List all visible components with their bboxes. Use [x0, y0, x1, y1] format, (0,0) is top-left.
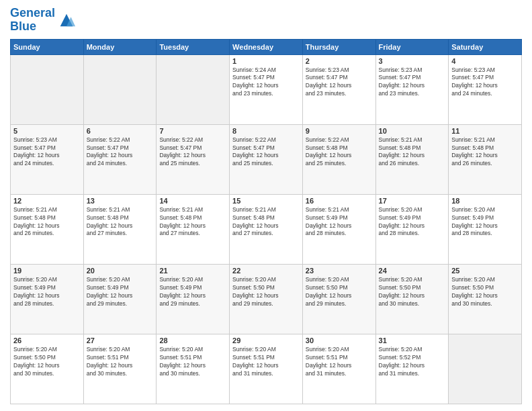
calendar-cell: 2Sunrise: 5:23 AM Sunset: 5:47 PM Daylig… — [302, 54, 375, 124]
calendar-cell: 24Sunrise: 5:20 AM Sunset: 5:50 PM Dayli… — [375, 264, 449, 334]
weekday-header-wednesday: Wednesday — [230, 39, 303, 54]
day-info: Sunrise: 5:20 AM Sunset: 5:50 PM Dayligh… — [13, 346, 81, 378]
logo-icon — [57, 11, 76, 30]
calendar-cell — [83, 54, 157, 124]
calendar-cell: 13Sunrise: 5:21 AM Sunset: 5:48 PM Dayli… — [83, 194, 157, 264]
calendar-cell: 21Sunrise: 5:20 AM Sunset: 5:49 PM Dayli… — [157, 264, 230, 334]
calendar-cell: 31Sunrise: 5:20 AM Sunset: 5:52 PM Dayli… — [375, 334, 449, 404]
calendar-cell — [157, 54, 230, 124]
day-number: 1 — [232, 57, 300, 65]
week-row-3: 12Sunrise: 5:21 AM Sunset: 5:48 PM Dayli… — [11, 194, 522, 264]
calendar-cell: 6Sunrise: 5:22 AM Sunset: 5:47 PM Daylig… — [83, 124, 157, 194]
calendar-cell: 15Sunrise: 5:21 AM Sunset: 5:48 PM Dayli… — [230, 194, 303, 264]
calendar-cell: 12Sunrise: 5:21 AM Sunset: 5:48 PM Dayli… — [11, 194, 84, 264]
day-number: 29 — [232, 336, 300, 345]
day-number: 14 — [159, 197, 226, 205]
day-number: 5 — [13, 127, 81, 135]
day-info: Sunrise: 5:21 AM Sunset: 5:48 PM Dayligh… — [451, 136, 519, 169]
calendar-cell: 1Sunrise: 5:24 AM Sunset: 5:47 PM Daylig… — [230, 54, 303, 124]
logo: General Blue — [10, 7, 76, 34]
day-number: 21 — [159, 267, 226, 275]
day-info: Sunrise: 5:21 AM Sunset: 5:48 PM Dayligh… — [87, 206, 154, 238]
calendar-cell: 23Sunrise: 5:20 AM Sunset: 5:50 PM Dayli… — [302, 264, 375, 334]
calendar-cell: 17Sunrise: 5:20 AM Sunset: 5:49 PM Dayli… — [375, 194, 449, 264]
calendar-cell: 9Sunrise: 5:22 AM Sunset: 5:48 PM Daylig… — [302, 124, 375, 194]
day-number: 20 — [87, 267, 154, 275]
weekday-header-sunday: Sunday — [11, 39, 84, 54]
day-number: 24 — [379, 267, 446, 275]
day-info: Sunrise: 5:20 AM Sunset: 5:51 PM Dayligh… — [87, 346, 154, 378]
day-info: Sunrise: 5:20 AM Sunset: 5:51 PM Dayligh… — [306, 346, 373, 378]
day-number: 19 — [13, 267, 81, 275]
calendar-cell: 29Sunrise: 5:20 AM Sunset: 5:51 PM Dayli… — [230, 334, 303, 404]
day-info: Sunrise: 5:23 AM Sunset: 5:47 PM Dayligh… — [306, 66, 373, 99]
day-info: Sunrise: 5:22 AM Sunset: 5:47 PM Dayligh… — [87, 136, 154, 169]
day-info: Sunrise: 5:22 AM Sunset: 5:47 PM Dayligh… — [159, 136, 226, 169]
day-info: Sunrise: 5:23 AM Sunset: 5:47 PM Dayligh… — [451, 66, 519, 99]
day-info: Sunrise: 5:22 AM Sunset: 5:48 PM Dayligh… — [306, 136, 373, 169]
calendar-cell — [11, 54, 84, 124]
day-number: 15 — [232, 197, 300, 205]
day-info: Sunrise: 5:20 AM Sunset: 5:49 PM Dayligh… — [159, 276, 226, 308]
page: General Blue SundayMondayTuesdayWednesda… — [0, 0, 532, 411]
day-number: 26 — [13, 336, 81, 345]
day-number: 8 — [232, 127, 300, 135]
calendar-cell: 22Sunrise: 5:20 AM Sunset: 5:50 PM Dayli… — [230, 264, 303, 334]
day-number: 13 — [87, 197, 154, 205]
weekday-header-friday: Friday — [375, 39, 449, 54]
week-row-2: 5Sunrise: 5:23 AM Sunset: 5:47 PM Daylig… — [11, 124, 522, 194]
calendar-cell — [449, 334, 522, 404]
calendar-cell: 30Sunrise: 5:20 AM Sunset: 5:51 PM Dayli… — [302, 334, 375, 404]
day-number: 6 — [87, 127, 154, 135]
day-info: Sunrise: 5:20 AM Sunset: 5:49 PM Dayligh… — [13, 276, 81, 308]
day-number: 22 — [232, 267, 300, 275]
day-info: Sunrise: 5:20 AM Sunset: 5:49 PM Dayligh… — [87, 276, 154, 308]
day-info: Sunrise: 5:20 AM Sunset: 5:49 PM Dayligh… — [379, 206, 446, 238]
day-info: Sunrise: 5:24 AM Sunset: 5:47 PM Dayligh… — [232, 66, 300, 99]
logo-blue: Blue — [10, 20, 55, 34]
logo-text: General — [10, 7, 55, 20]
day-number: 16 — [306, 197, 373, 205]
day-number: 2 — [306, 57, 373, 65]
calendar-cell: 27Sunrise: 5:20 AM Sunset: 5:51 PM Dayli… — [83, 334, 157, 404]
day-info: Sunrise: 5:21 AM Sunset: 5:49 PM Dayligh… — [306, 206, 373, 238]
day-number: 30 — [306, 336, 373, 345]
header: General Blue — [10, 7, 522, 34]
day-number: 12 — [13, 197, 81, 205]
day-number: 11 — [451, 127, 519, 135]
day-number: 7 — [159, 127, 226, 135]
calendar-cell: 26Sunrise: 5:20 AM Sunset: 5:50 PM Dayli… — [11, 334, 84, 404]
day-number: 31 — [379, 336, 446, 345]
day-number: 18 — [451, 197, 519, 205]
logo-blue-text: Blue — [10, 19, 36, 33]
day-info: Sunrise: 5:23 AM Sunset: 5:47 PM Dayligh… — [13, 136, 81, 169]
calendar-cell: 19Sunrise: 5:20 AM Sunset: 5:49 PM Dayli… — [11, 264, 84, 334]
week-row-1: 1Sunrise: 5:24 AM Sunset: 5:47 PM Daylig… — [11, 54, 522, 124]
calendar-cell: 16Sunrise: 5:21 AM Sunset: 5:49 PM Dayli… — [302, 194, 375, 264]
calendar-cell: 14Sunrise: 5:21 AM Sunset: 5:48 PM Dayli… — [157, 194, 230, 264]
weekday-header-thursday: Thursday — [302, 39, 375, 54]
day-info: Sunrise: 5:21 AM Sunset: 5:48 PM Dayligh… — [13, 206, 81, 238]
day-info: Sunrise: 5:20 AM Sunset: 5:50 PM Dayligh… — [232, 276, 300, 308]
day-info: Sunrise: 5:23 AM Sunset: 5:47 PM Dayligh… — [379, 66, 446, 99]
day-info: Sunrise: 5:20 AM Sunset: 5:50 PM Dayligh… — [451, 276, 519, 308]
day-number: 25 — [451, 267, 519, 275]
weekday-header-monday: Monday — [83, 39, 157, 54]
weekday-header-tuesday: Tuesday — [157, 39, 230, 54]
weekday-header-saturday: Saturday — [449, 39, 522, 54]
day-info: Sunrise: 5:21 AM Sunset: 5:48 PM Dayligh… — [159, 206, 226, 238]
day-number: 17 — [379, 197, 446, 205]
day-number: 10 — [379, 127, 446, 135]
day-info: Sunrise: 5:21 AM Sunset: 5:48 PM Dayligh… — [232, 206, 300, 238]
calendar-cell: 7Sunrise: 5:22 AM Sunset: 5:47 PM Daylig… — [157, 124, 230, 194]
logo-general: General — [10, 6, 55, 19]
day-info: Sunrise: 5:20 AM Sunset: 5:50 PM Dayligh… — [379, 276, 446, 308]
week-row-4: 19Sunrise: 5:20 AM Sunset: 5:49 PM Dayli… — [11, 264, 522, 334]
day-number: 4 — [451, 57, 519, 65]
day-number: 28 — [159, 336, 226, 345]
day-info: Sunrise: 5:20 AM Sunset: 5:52 PM Dayligh… — [379, 346, 446, 378]
day-info: Sunrise: 5:20 AM Sunset: 5:51 PM Dayligh… — [232, 346, 300, 378]
day-info: Sunrise: 5:22 AM Sunset: 5:47 PM Dayligh… — [232, 136, 300, 169]
day-number: 9 — [306, 127, 373, 135]
calendar-cell: 28Sunrise: 5:20 AM Sunset: 5:51 PM Dayli… — [157, 334, 230, 404]
